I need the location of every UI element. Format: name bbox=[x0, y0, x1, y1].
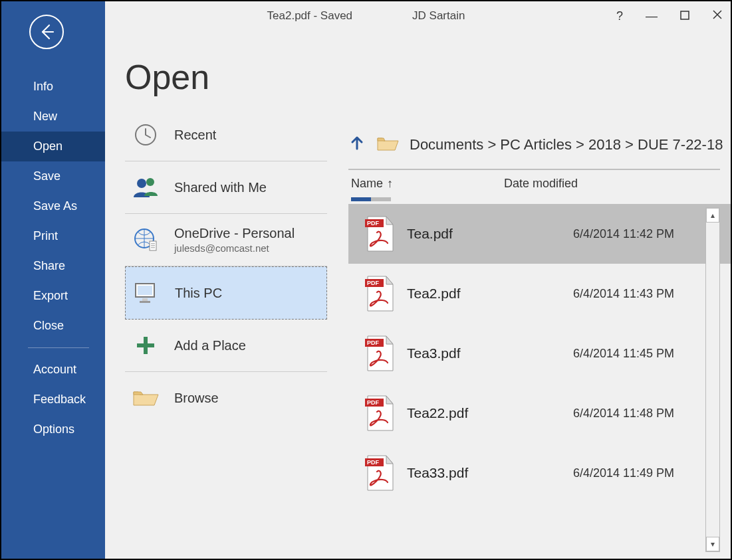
nav-options[interactable]: Options bbox=[1, 415, 105, 444]
nav-info[interactable]: Info bbox=[1, 72, 105, 102]
location-recent[interactable]: Recent bbox=[125, 109, 327, 161]
file-row[interactable]: PDF Tea2.pdf6/4/2014 11:43 PM bbox=[348, 264, 731, 324]
vertical-scrollbar[interactable]: ▴ ▾ bbox=[705, 207, 720, 552]
file-row[interactable]: PDF Tea3.pdf6/4/2014 11:45 PM bbox=[348, 324, 731, 383]
people-icon bbox=[132, 173, 160, 201]
svg-rect-12 bbox=[140, 301, 150, 303]
nav-feedback[interactable]: Feedback bbox=[1, 385, 105, 415]
file-name: Tea.pdf bbox=[407, 226, 573, 242]
file-row[interactable]: PDF Tea22.pdf6/4/2014 11:48 PM bbox=[348, 383, 731, 443]
file-list: PDF Tea.pdf6/4/2014 11:42 PM PDF Tea2.pd… bbox=[348, 204, 731, 503]
svg-rect-14 bbox=[137, 343, 154, 347]
nav-new[interactable]: New bbox=[1, 102, 105, 132]
file-name: Tea2.pdf bbox=[407, 286, 573, 302]
file-row[interactable]: PDF Tea33.pdf6/4/2014 11:49 PM bbox=[348, 443, 731, 503]
file-name: Tea33.pdf bbox=[407, 465, 573, 481]
column-date[interactable]: Date modified bbox=[504, 177, 578, 190]
plus-icon bbox=[132, 331, 160, 359]
nav-print[interactable]: Print bbox=[1, 221, 105, 251]
nav-account[interactable]: Account bbox=[1, 355, 105, 385]
svg-rect-10 bbox=[138, 286, 152, 295]
svg-rect-8 bbox=[151, 247, 155, 248]
file-name: Tea3.pdf bbox=[407, 345, 573, 361]
location-onedrive[interactable]: OneDrive - Personal julesds@comcast.net bbox=[125, 214, 327, 266]
nav-export[interactable]: Export bbox=[1, 281, 105, 311]
nav-save[interactable]: Save bbox=[1, 161, 105, 191]
location-browse[interactable]: Browse bbox=[125, 372, 327, 424]
nav-share[interactable]: Share bbox=[1, 251, 105, 281]
location-panel: Open Recent Shared with Me OneDrive - bbox=[105, 1, 338, 559]
column-name[interactable]: Name bbox=[351, 177, 383, 191]
pdf-file-icon: PDF bbox=[352, 453, 407, 493]
location-label: OneDrive - Personal bbox=[174, 226, 295, 241]
svg-rect-7 bbox=[151, 245, 155, 246]
svg-text:PDF: PDF bbox=[367, 280, 380, 286]
up-one-level-icon[interactable] bbox=[348, 134, 366, 155]
backstage-sidebar: Info New Open Save Save As Print Share E… bbox=[1, 1, 105, 559]
svg-rect-6 bbox=[151, 243, 155, 244]
back-button[interactable] bbox=[29, 15, 64, 49]
folder-icon bbox=[376, 134, 399, 155]
svg-text:PDF: PDF bbox=[367, 339, 380, 346]
pdf-file-icon: PDF bbox=[352, 333, 407, 373]
location-label: Add a Place bbox=[174, 338, 246, 353]
svg-point-2 bbox=[137, 179, 146, 188]
file-date: 6/4/2014 11:48 PM bbox=[573, 407, 674, 420]
file-name: Tea22.pdf bbox=[407, 405, 573, 421]
location-label: Shared with Me bbox=[174, 180, 267, 195]
nav-close[interactable]: Close bbox=[1, 311, 105, 341]
nav-main: Info New Open Save Save As Print Share E… bbox=[1, 72, 105, 444]
location-sublabel: julesds@comcast.net bbox=[174, 242, 295, 254]
svg-text:PDF: PDF bbox=[367, 399, 380, 406]
folder-open-icon bbox=[132, 384, 160, 412]
location-label: This PC bbox=[175, 286, 222, 301]
file-row[interactable]: PDF Tea.pdf6/4/2014 11:42 PM bbox=[348, 204, 731, 264]
pdf-file-icon: PDF bbox=[352, 214, 407, 254]
file-date: 6/4/2014 11:45 PM bbox=[573, 347, 674, 361]
nav-save-as[interactable]: Save As bbox=[1, 191, 105, 221]
scroll-up-icon[interactable]: ▴ bbox=[706, 208, 719, 223]
monitor-icon bbox=[132, 279, 160, 307]
nav-open[interactable]: Open bbox=[1, 132, 105, 161]
file-date: 6/4/2014 11:43 PM bbox=[573, 287, 674, 301]
word-backstage-open: Tea2.pdf - Saved JD Sartain ? — Info New… bbox=[0, 0, 732, 560]
svg-rect-11 bbox=[142, 298, 148, 301]
onedrive-icon bbox=[132, 226, 160, 254]
divider bbox=[348, 169, 720, 170]
column-resize-indicator bbox=[351, 197, 391, 201]
location-this-pc[interactable]: This PC bbox=[125, 266, 327, 320]
sort-asc-icon[interactable]: ↑ bbox=[387, 177, 393, 191]
scroll-down-icon[interactable]: ▾ bbox=[706, 537, 719, 551]
file-date: 6/4/2014 11:49 PM bbox=[573, 466, 674, 480]
nav-divider bbox=[28, 347, 89, 348]
location-add-place[interactable]: Add a Place bbox=[125, 320, 327, 372]
pdf-file-icon: PDF bbox=[352, 393, 407, 433]
location-label: Recent bbox=[174, 128, 216, 143]
svg-text:PDF: PDF bbox=[367, 459, 380, 466]
location-shared[interactable]: Shared with Me bbox=[125, 161, 327, 214]
svg-text:PDF: PDF bbox=[367, 220, 380, 227]
clock-icon bbox=[132, 121, 160, 149]
breadcrumb[interactable]: Documents > PC Articles > 2018 > DUE 7-2… bbox=[410, 136, 723, 153]
file-date: 6/4/2014 11:42 PM bbox=[573, 227, 674, 241]
pdf-file-icon: PDF bbox=[352, 274, 407, 314]
file-pane: Documents > PC Articles > 2018 > DUE 7-2… bbox=[338, 1, 731, 559]
location-label: Browse bbox=[174, 391, 219, 406]
svg-point-3 bbox=[146, 178, 154, 186]
page-title: Open bbox=[125, 57, 327, 97]
